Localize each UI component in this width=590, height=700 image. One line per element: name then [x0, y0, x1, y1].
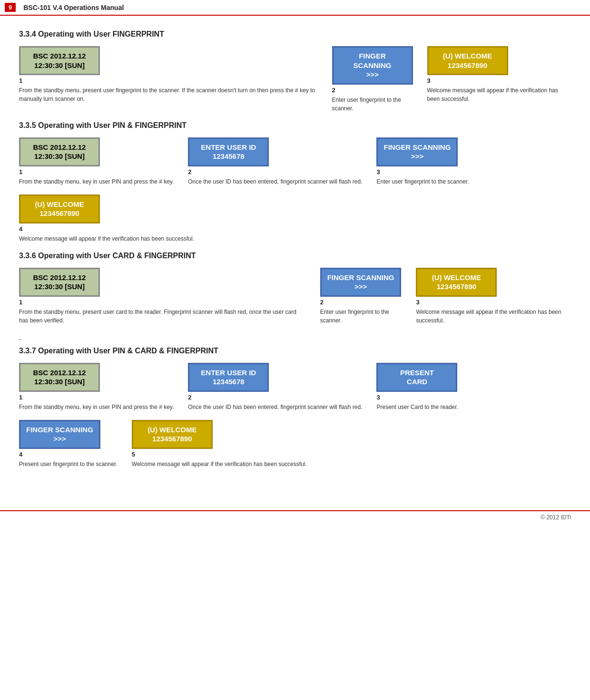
- section-335-row2: (U) WELCOME 1234567890 4 Welcome message…: [19, 194, 571, 243]
- lcd-335-2: ENTER USER ID 12345678: [188, 137, 269, 166]
- step-335-1: BSC 2012.12.12 12:30:30 [SUN] 1 From the…: [19, 137, 174, 186]
- step-337-2: ENTER USER ID 12345678 2 Once the user I…: [188, 363, 362, 411]
- step-337-1-num: 1: [19, 394, 22, 401]
- step-334-1-label: From the standby menu, present user fing…: [19, 86, 318, 103]
- section-336-dot: .: [19, 333, 571, 342]
- step-334-3-label: Welcome message will appear if the verif…: [427, 86, 571, 103]
- section-334: 3.3.4 Operating with User FINGERPRINT BS…: [19, 30, 571, 113]
- lcd-336-2: FINGER SCANNING >>>: [320, 268, 402, 297]
- step-335-4-label: Welcome message will appear if the verif…: [19, 234, 194, 243]
- lcd-334-2: FINGER SCANNING >>>: [332, 46, 413, 85]
- step-337-5: (U) WELCOME 1234567890 5 Welcome message…: [132, 420, 307, 468]
- lcd-337-5: (U) WELCOME 1234567890: [132, 420, 213, 449]
- step-334-1: BSC 2012.12.12 12:30:30 [SUN] 1 From the…: [19, 46, 318, 103]
- lcd-334-1: BSC 2012.12.12 12:30:30 [SUN]: [19, 46, 100, 75]
- step-335-1-label: From the standby menu, key in user PIN a…: [19, 177, 174, 186]
- lcd-336-1: BSC 2012.12.12 12:30:30 [SUN]: [19, 268, 100, 297]
- footer-copyright: © 2012 IDTi: [541, 514, 571, 521]
- lcd-336-3: (U) WELCOME 1234567890: [416, 268, 497, 297]
- step-337-1: BSC 2012.12.12 12:30:30 [SUN] 1 From the…: [19, 363, 174, 411]
- lcd-337-4: FINGER SCANNING >>>: [19, 420, 100, 449]
- section-334-heading: 3.3.4 Operating with User FINGERPRINT: [19, 30, 571, 39]
- section-337-row2: FINGER SCANNING >>> 4 Present user finge…: [19, 420, 571, 468]
- section-335: 3.3.5 Operating with User PIN & FINGERPR…: [19, 121, 571, 243]
- step-336-3: (U) WELCOME 1234567890 3 Welcome message…: [416, 268, 571, 325]
- step-336-1: BSC 2012.12.12 12:30:30 [SUN] 1 From the…: [19, 268, 306, 325]
- step-337-4-label: Present user fingerprint to the scanner.: [19, 460, 118, 468]
- step-335-4: (U) WELCOME 1234567890 4 Welcome message…: [19, 194, 194, 243]
- section-336: 3.3.6 Operating with User CARD & FINGERP…: [19, 252, 571, 342]
- step-336-3-num: 3: [416, 299, 419, 306]
- lcd-337-3: PRESENT CARD: [376, 363, 457, 392]
- step-335-2: ENTER USER ID 12345678 2 Once the user I…: [188, 137, 362, 186]
- page-footer: © 2012 IDTi: [0, 510, 590, 524]
- lcd-334-3: (U) WELCOME 1234567890: [427, 46, 508, 75]
- main-content: 3.3.4 Operating with User FINGERPRINT BS…: [0, 16, 590, 496]
- section-336-heading: 3.3.6 Operating with User CARD & FINGERP…: [19, 252, 571, 260]
- step-336-2: FINGER SCANNING >>> 2 Enter user fingerp…: [320, 268, 402, 325]
- step-335-3-label: Enter user fingerprint to the scanner.: [376, 177, 469, 186]
- step-336-2-label: Enter user fingerprint to the scanner.: [320, 308, 402, 325]
- step-334-1-num: 1: [19, 77, 22, 84]
- step-334-2: FINGER SCANNING >>> 2 Enter user fingerp…: [332, 46, 413, 113]
- step-337-1-label: From the standby menu, key in user PIN a…: [19, 403, 174, 411]
- step-334-3-num: 3: [427, 77, 431, 84]
- section-337-row1: BSC 2012.12.12 12:30:30 [SUN] 1 From the…: [19, 363, 571, 411]
- step-337-4-num: 4: [19, 451, 22, 458]
- step-335-3-num: 3: [376, 168, 380, 175]
- step-337-4: FINGER SCANNING >>> 4 Present user finge…: [19, 420, 118, 468]
- step-335-2-num: 2: [188, 168, 191, 175]
- step-337-3: PRESENT CARD 3 Present user Card to the …: [376, 363, 458, 411]
- step-334-2-label: Enter user fingerprint to the scanner.: [332, 96, 413, 113]
- section-335-row1: BSC 2012.12.12 12:30:30 [SUN] 1 From the…: [19, 137, 571, 186]
- step-335-2-label: Once the user ID has been entered, finge…: [188, 177, 362, 186]
- page-title: BSC-101 V.4 Operations Manual: [23, 4, 124, 11]
- page-number: 9: [5, 3, 16, 12]
- step-337-3-label: Present user Card to the reader.: [376, 403, 458, 411]
- step-336-3-label: Welcome message will appear if the verif…: [416, 308, 571, 325]
- lcd-335-1: BSC 2012.12.12 12:30:30 [SUN]: [19, 137, 100, 166]
- lcd-335-3: FINGER SCANNING >>>: [376, 137, 458, 166]
- step-337-5-num: 5: [132, 451, 135, 458]
- step-334-2-num: 2: [332, 87, 335, 94]
- step-336-2-num: 2: [320, 299, 324, 306]
- section-336-steps: BSC 2012.12.12 12:30:30 [SUN] 1 From the…: [19, 268, 571, 325]
- step-337-2-num: 2: [188, 394, 191, 401]
- step-334-3: (U) WELCOME 1234567890 3 Welcome message…: [427, 46, 571, 103]
- lcd-337-2: ENTER USER ID 12345678: [188, 363, 269, 392]
- step-336-1-num: 1: [19, 299, 22, 306]
- step-335-4-num: 4: [19, 225, 22, 233]
- lcd-335-4: (U) WELCOME 1234567890: [19, 194, 100, 224]
- step-337-5-label: Welcome message will appear if the verif…: [132, 460, 307, 468]
- step-335-1-num: 1: [19, 168, 22, 175]
- step-337-2-label: Once the user ID has been entered, finge…: [188, 403, 362, 411]
- section-335-heading: 3.3.5 Operating with User PIN & FINGERPR…: [19, 121, 571, 130]
- step-336-1-label: From the standby menu, present user card…: [19, 308, 306, 325]
- section-337: 3.3.7 Operating with User PIN & CARD & F…: [19, 347, 571, 468]
- step-337-3-num: 3: [376, 394, 380, 401]
- page-header: 9 BSC-101 V.4 Operations Manual: [0, 0, 590, 16]
- section-337-heading: 3.3.7 Operating with User PIN & CARD & F…: [19, 347, 571, 355]
- section-334-steps: BSC 2012.12.12 12:30:30 [SUN] 1 From the…: [19, 46, 571, 113]
- step-335-3: FINGER SCANNING >>> 3 Enter user fingerp…: [376, 137, 469, 186]
- lcd-337-1: BSC 2012.12.12 12:30:30 [SUN]: [19, 363, 100, 392]
